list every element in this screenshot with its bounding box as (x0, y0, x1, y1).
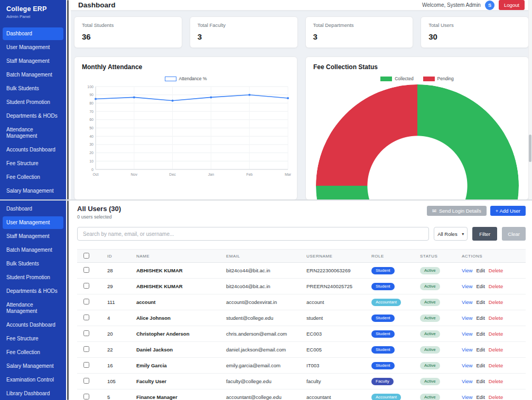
action-view-link[interactable]: View (462, 378, 472, 384)
select-all-checkbox[interactable] (83, 253, 89, 259)
svg-text:Mar: Mar (285, 173, 292, 176)
action-delete-link[interactable]: Delete (489, 394, 503, 400)
action-view-link[interactable]: View (462, 363, 472, 368)
row-checkbox[interactable] (83, 299, 89, 304)
sidebar-item-salary-management[interactable]: Salary Management (3, 360, 63, 373)
action-edit-link[interactable]: Edit (476, 394, 484, 400)
sidebar-item-attendance-management[interactable]: Attendance Management (3, 123, 63, 142)
sidebar-item-fee-collection[interactable]: Fee Collection (3, 171, 63, 184)
sidebar-item-fee-collection[interactable]: Fee Collection (3, 346, 63, 359)
user-search-input[interactable] (77, 227, 429, 241)
col-header-actions: ACTIONS (462, 254, 526, 259)
row-checkbox[interactable] (83, 283, 89, 289)
action-view-link[interactable]: View (462, 331, 472, 337)
row-checkbox[interactable] (83, 378, 89, 384)
sidebar-item-batch-management[interactable]: Batch Management (3, 244, 63, 256)
filter-button[interactable]: Filter (472, 227, 497, 241)
action-edit-link[interactable]: Edit (476, 268, 484, 273)
sidebar-item-bulk-students[interactable]: Bulk Students (3, 258, 63, 270)
sidebar-item-accounts-dashboard[interactable]: Accounts Dashboard (3, 144, 63, 156)
action-delete-link[interactable]: Delete (489, 331, 503, 337)
sidebar-item-user-management[interactable]: User Management (3, 41, 63, 54)
page-scrollbar[interactable] (528, 0, 532, 199)
sidebar-menu: DashboardUser ManagementStaff Management… (0, 26, 66, 198)
sidebar-item-departments-hods[interactable]: Departments & HODs (3, 285, 63, 298)
sidebar-item-fee-structure[interactable]: Fee Structure (3, 157, 63, 170)
action-edit-link[interactable]: Edit (476, 315, 484, 321)
action-delete-link[interactable]: Delete (489, 268, 503, 273)
stat-label: Total Departments (313, 22, 406, 28)
sidebar-item-attendance-management[interactable]: Attendance Management (3, 299, 63, 318)
fee-legend: Collected Pending (313, 76, 521, 81)
action-view-link[interactable]: View (462, 394, 472, 400)
action-delete-link[interactable]: Delete (489, 347, 503, 353)
logout-button[interactable]: Logout (499, 0, 525, 10)
row-checkbox[interactable] (83, 346, 89, 352)
table-row: 28ABHISHEK KUMARbit24co44@bit.ac.inERN22… (77, 263, 526, 279)
screenshot-seam (0, 199, 532, 201)
action-delete-link[interactable]: Delete (489, 378, 503, 384)
sidebar-item-staff-management[interactable]: Staff Management (3, 55, 63, 68)
sidebar-item-staff-management[interactable]: Staff Management (3, 230, 63, 243)
sidebar-item-dashboard[interactable]: Dashboard (3, 203, 63, 215)
sidebar-item-student-promotion[interactable]: Student Promotion (3, 96, 63, 109)
row-checkbox[interactable] (83, 315, 89, 320)
page-scrollbar-thumb[interactable] (529, 135, 531, 162)
sidebar-scrollbar[interactable] (66, 201, 71, 400)
role-filter-select[interactable]: All Roles ▾ (434, 227, 468, 241)
user-id-cell: 111 (107, 299, 136, 305)
users-main: All Users (30) 0 users selected ✉ Send L… (71, 201, 532, 400)
sidebar-item-bulk-students[interactable]: Bulk Students (3, 82, 63, 95)
sidebar-item-examination-control[interactable]: Examination Control (3, 374, 63, 386)
clear-button[interactable]: Clear (502, 227, 526, 241)
table-row: 20Christopher Andersonchris.anderson@ema… (77, 326, 526, 342)
sidebar-item-accounts-dashboard[interactable]: Accounts Dashboard (3, 319, 63, 331)
action-view-link[interactable]: View (462, 299, 472, 305)
fee-chart-card: Fee Collection Status Collected Pending (305, 56, 529, 199)
user-username-cell: accountant (306, 394, 371, 400)
action-view-link[interactable]: View (462, 347, 472, 353)
action-delete-link[interactable]: Delete (489, 315, 503, 321)
action-edit-link[interactable]: Edit (476, 331, 484, 337)
row-checkbox[interactable] (83, 330, 89, 336)
header-right: Welcome, System Admin S Logout (422, 0, 525, 10)
row-checkbox[interactable] (83, 267, 89, 273)
action-delete-link[interactable]: Delete (489, 283, 503, 289)
action-view-link[interactable]: View (462, 268, 472, 273)
sidebar-item-departments-hods[interactable]: Departments & HODs (3, 110, 63, 122)
sidebar: College ERP Admin Panel DashboardUser Ma… (0, 0, 66, 199)
action-edit-link[interactable]: Edit (476, 347, 484, 353)
add-user-button[interactable]: + Add User (490, 206, 526, 216)
action-edit-link[interactable]: Edit (476, 299, 484, 305)
brand-name: College ERP (6, 5, 60, 13)
row-checkbox[interactable] (83, 394, 89, 399)
sidebar-item-dashboard[interactable]: Dashboard (3, 27, 63, 40)
sidebar-item-batch-management[interactable]: Batch Management (3, 69, 63, 81)
sidebar-scrollbar-thumb[interactable] (67, 201, 69, 400)
status-badge: Active (420, 299, 440, 306)
action-delete-link[interactable]: Delete (489, 299, 503, 305)
sidebar-item-library-dashboard[interactable]: Library Dashboard (3, 387, 63, 400)
user-name-cell: ABHISHEK KUMAR (136, 283, 226, 289)
sidebar-scrollbar-thumb[interactable] (67, 0, 69, 199)
sidebar-item-user-management[interactable]: User Management (3, 216, 63, 229)
user-email-cell: bit24co44@bit.ac.in (226, 268, 306, 273)
action-delete-link[interactable]: Delete (489, 363, 503, 368)
user-id-cell: 28 (107, 268, 136, 273)
sidebar-scrollbar[interactable] (66, 0, 71, 199)
status-badge: Active (420, 283, 440, 290)
row-checkbox[interactable] (83, 362, 89, 368)
action-edit-link[interactable]: Edit (476, 363, 484, 368)
action-edit-link[interactable]: Edit (476, 283, 484, 289)
action-view-link[interactable]: View (462, 315, 472, 321)
fee-chart-title: Fee Collection Status (313, 63, 521, 71)
send-login-details-button[interactable]: ✉ Send Login Details (427, 206, 487, 216)
sidebar-item-student-promotion[interactable]: Student Promotion (3, 271, 63, 284)
action-view-link[interactable]: View (462, 283, 472, 289)
users-actions: ✉ Send Login Details + Add User (427, 206, 526, 216)
users-header: All Users (30) 0 users selected ✉ Send L… (77, 205, 526, 220)
sidebar-item-salary-management[interactable]: Salary Management (3, 185, 63, 197)
sidebar-item-fee-structure[interactable]: Fee Structure (3, 332, 63, 345)
action-edit-link[interactable]: Edit (476, 378, 484, 384)
stat-value: 3 (198, 32, 290, 41)
